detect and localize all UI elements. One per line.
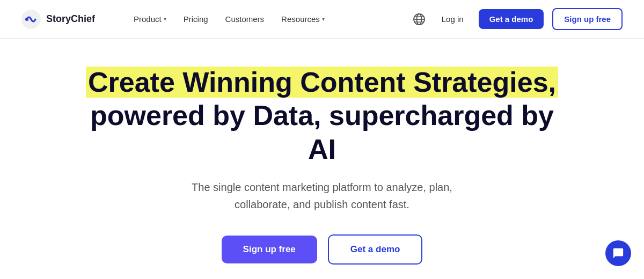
login-link[interactable]: Log in	[435, 10, 470, 28]
brand-name: StoryChief	[46, 13, 95, 25]
hero-title-plain: powered by Data, supercharged by AI	[90, 100, 554, 164]
chat-icon	[612, 247, 624, 259]
nav-item-pricing[interactable]: Pricing	[177, 10, 215, 28]
navbar: StoryChief Product ▾ Pricing Customers R…	[0, 0, 644, 39]
chevron-down-icon-resources: ▾	[322, 16, 325, 22]
nav-right: Log in Get a demo Sign up free	[412, 8, 623, 30]
svg-point-1	[25, 18, 28, 21]
globe-icon[interactable]	[412, 12, 427, 27]
nav-item-resources[interactable]: Resources ▾	[275, 10, 331, 28]
nav-links: Product ▾ Pricing Customers Resources ▾	[127, 10, 412, 28]
logo-icon	[21, 10, 41, 29]
chat-bubble-button[interactable]	[605, 240, 631, 266]
signup-hero-button[interactable]: Sign up free	[222, 236, 317, 263]
logo-link[interactable]: StoryChief	[21, 10, 95, 29]
hero-title: Create Winning Content Strategies, power…	[80, 65, 564, 166]
chevron-down-icon: ▾	[164, 16, 166, 22]
nav-item-product[interactable]: Product ▾	[127, 10, 173, 28]
nav-item-customers[interactable]: Customers	[219, 10, 271, 28]
demo-hero-button[interactable]: Get a demo	[328, 234, 423, 265]
hero-title-highlighted: Create Winning Content Strategies,	[86, 67, 558, 98]
hero-section: Create Winning Content Strategies, power…	[0, 39, 644, 279]
signup-nav-button[interactable]: Sign up free	[552, 8, 623, 30]
hero-buttons: Sign up free Get a demo	[222, 234, 423, 265]
get-demo-button[interactable]: Get a demo	[479, 9, 544, 29]
hero-subtitle: The single content marketing platform to…	[182, 179, 462, 213]
